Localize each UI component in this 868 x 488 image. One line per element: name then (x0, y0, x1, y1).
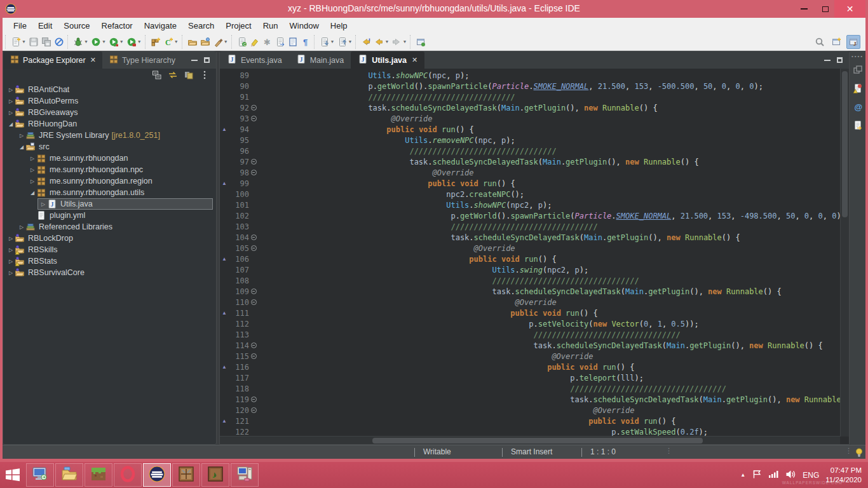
mark-occurrences-button[interactable] (248, 36, 261, 48)
forward-button[interactable]: ▼ (390, 36, 408, 48)
expand-arrow-icon[interactable]: ▷ (7, 236, 15, 241)
code-line-111[interactable]: ▲111 public void run() { (220, 308, 840, 318)
taskbar-opera-button[interactable] (114, 463, 142, 487)
dropdown-arrow-icon[interactable]: ▼ (330, 39, 335, 44)
fold-collapse-icon[interactable] (249, 407, 258, 413)
code-line-104[interactable]: 104 task.scheduleSyncDelayedTask(Main.ge… (220, 232, 840, 243)
fold-collapse-icon[interactable] (249, 234, 258, 240)
code-line-116[interactable]: ▲116 public void run() { (220, 362, 840, 372)
code-line-114[interactable]: 114 task.scheduleSyncDelayedTask(Main.ge… (220, 340, 840, 351)
code-line-118[interactable]: 118 ////////////////////////////////// (220, 383, 840, 394)
code-line-109[interactable]: 109 task.scheduleSyncDelayedTask(Main.ge… (220, 286, 840, 297)
tree-item-me-sunny-rbhuongdan[interactable]: ▷me.sunny.rbhuongdan (3, 152, 216, 164)
task-list-icon[interactable] (853, 83, 863, 96)
code-line-115[interactable]: 115 @Override (220, 351, 840, 362)
tree-item-rbantichat[interactable]: ▷RBAntiChat (3, 84, 216, 95)
code-line-100[interactable]: 100 npc2.createNPC(); (220, 189, 840, 200)
restore-views-icon[interactable] (853, 65, 863, 78)
save-button[interactable] (27, 36, 40, 48)
open-folder-2-button[interactable] (199, 36, 212, 48)
fold-collapse-icon[interactable] (249, 288, 258, 294)
previous-annotation-button[interactable]: ▼ (336, 36, 354, 48)
menu-window[interactable]: Window (284, 19, 325, 32)
code-editor[interactable]: 89 Utils.showNPC(npc, p);90 p.getWorld()… (220, 69, 840, 437)
maximize-editor-button[interactable] (837, 57, 843, 63)
expand-arrow-icon[interactable]: ▷ (7, 247, 15, 253)
fold-collapse-icon[interactable] (249, 396, 258, 402)
action-center-icon[interactable] (752, 469, 762, 482)
fold-collapse-icon[interactable] (249, 170, 258, 175)
menu-edit[interactable]: Edit (32, 19, 58, 32)
code-line-101[interactable]: 101 Utils.showNPC(npc2, p); (220, 200, 840, 210)
code-line-99[interactable]: ▲99 public void run() { (220, 178, 840, 189)
search-button[interactable] (813, 36, 826, 48)
debug-button[interactable]: ▼ (72, 36, 90, 48)
tab-type-hierarchy[interactable]: Type Hierarchy (102, 51, 182, 69)
expand-arrow-icon[interactable]: ▷ (39, 201, 47, 207)
minimize-view-button[interactable] (191, 60, 198, 61)
tree-item-rbgiveaways[interactable]: ▷RBGiveaways (3, 107, 216, 118)
fold-collapse-icon[interactable] (249, 353, 258, 359)
expand-arrow-icon[interactable]: ▷ (7, 110, 15, 116)
menu-run[interactable]: Run (257, 19, 284, 32)
format-button[interactable]: ✱ (261, 36, 274, 48)
code-line-112[interactable]: 112 p.setVelocity(new Vector(0, 1, 0.5))… (220, 318, 840, 329)
taskbar-eclipse-button[interactable] (143, 463, 171, 487)
editor-tab-utils-java[interactable]: JUtils.java✕ (351, 51, 424, 69)
javadoc-icon[interactable]: @ (853, 102, 863, 114)
run-button[interactable]: ▼ (90, 36, 107, 48)
code-line-113[interactable]: 113 //////////////////////////////// (220, 329, 840, 340)
collapse-arrow-icon[interactable]: ◢ (18, 144, 25, 150)
close-tab-icon[interactable]: ✕ (412, 56, 417, 64)
run-coverage-button[interactable]: ▼ (107, 36, 125, 48)
menu-file[interactable]: File (8, 19, 32, 32)
vertical-scrollbar-thumb[interactable] (842, 71, 848, 217)
menu-navigate[interactable]: Navigate (139, 19, 182, 32)
dropdown-arrow-icon[interactable]: ▼ (119, 39, 124, 44)
fold-collapse-icon[interactable] (249, 299, 258, 305)
code-line-97[interactable]: 97 task.scheduleSyncDelayedTask(Main.get… (220, 156, 840, 167)
editor-tab-main-java[interactable]: JMain.java (289, 51, 351, 69)
dropdown-arrow-icon[interactable]: ▼ (384, 39, 389, 44)
fold-collapse-icon[interactable] (249, 159, 258, 165)
menu-refactor[interactable]: Refactor (96, 19, 139, 32)
code-line-121[interactable]: ▲121 public void run() { (220, 416, 840, 426)
start-button[interactable] (0, 462, 25, 488)
code-line-105[interactable]: 105 @Override (220, 243, 840, 254)
code-line-110[interactable]: 110 @Override (220, 297, 840, 308)
tree-item-src[interactable]: ◢src (3, 141, 216, 152)
tree-item-rblockdrop[interactable]: ▷RBLockDrop (3, 233, 216, 244)
code-line-90[interactable]: 90 p.getWorld().spawnParticle(Particle.S… (220, 81, 840, 92)
declaration-icon[interactable] (853, 120, 863, 133)
profile-button[interactable]: ▼ (125, 36, 143, 48)
tree-item-me-sunny-rbhuongdan-utils[interactable]: ◢me.sunny.rbhuongdan.utils (3, 187, 216, 198)
code-line-98[interactable]: 98 @Override (220, 167, 840, 178)
tree-item-rbsurvivalcore[interactable]: ▷RBSurvivalCore (3, 267, 216, 278)
dropdown-arrow-icon[interactable]: ▼ (402, 39, 407, 44)
focus-view-button[interactable] (184, 70, 194, 83)
maximize-view-button[interactable] (204, 57, 210, 63)
open-folder-button[interactable] (186, 36, 199, 48)
taskbar-minecraft-grass-button[interactable] (85, 463, 112, 487)
tree-item-rbhuongdan[interactable]: ◢RBHuongDan (3, 118, 216, 130)
code-line-92[interactable]: 92 task.scheduleSyncDelayedTask(Main.get… (220, 102, 840, 113)
new-java-project-button[interactable] (149, 36, 162, 48)
network-icon[interactable] (768, 469, 779, 482)
code-line-122[interactable]: 122 p.setWalkSpeed(0.2f); (220, 426, 840, 437)
collapse-arrow-icon[interactable]: ◢ (29, 190, 36, 196)
taskbar-retro-computer-button[interactable] (231, 463, 259, 487)
expand-arrow-icon[interactable]: ▷ (29, 156, 36, 161)
code-line-117[interactable]: 117 p.teleport(lll); (220, 372, 840, 383)
taskbar-computer-button[interactable] (26, 463, 54, 487)
tree-item-plugin-yml[interactable]: plugin.yml (3, 210, 216, 221)
expand-arrow-icon[interactable]: ▷ (29, 179, 36, 184)
horizontal-scrollbar-thumb[interactable] (372, 438, 703, 444)
code-line-108[interactable]: 108 //////////////////////////////// (220, 275, 840, 286)
code-line-93[interactable]: 93 @Override (220, 113, 840, 124)
dropdown-arrow-icon[interactable]: ▼ (174, 39, 179, 44)
code-line-91[interactable]: 91 //////////////////////////////// (220, 92, 840, 102)
code-line-94[interactable]: ▲94 public void run() { (220, 124, 840, 135)
volume-icon[interactable] (785, 469, 796, 482)
new-java-class-button[interactable]: C▼ (162, 36, 180, 48)
code-line-106[interactable]: ▲106 public void run() { (220, 254, 840, 264)
